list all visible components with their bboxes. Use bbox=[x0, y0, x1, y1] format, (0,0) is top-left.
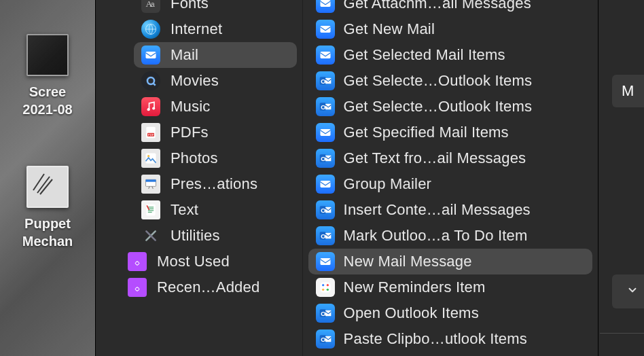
svg-text:PDF: PDF bbox=[148, 133, 154, 137]
category-label: Music bbox=[171, 98, 290, 115]
reminders-icon bbox=[315, 277, 336, 298]
desktop-file-screenshot[interactable]: Scree 2021-08 bbox=[3, 34, 92, 118]
category-internet[interactable]: Internet bbox=[134, 16, 297, 42]
action-open-outlook[interactable]: O Open Outlook Items bbox=[308, 300, 592, 326]
svg-point-41 bbox=[326, 284, 328, 286]
fonts-icon: Aa bbox=[141, 0, 161, 14]
category-label: PDFs bbox=[171, 124, 290, 141]
category-pdfs[interactable]: PDF PDFs bbox=[134, 120, 297, 145]
svg-text:O: O bbox=[321, 78, 325, 85]
category-movies[interactable]: Movies bbox=[134, 68, 297, 94]
category-music[interactable]: Music bbox=[134, 94, 297, 120]
action-get-text-from-mail[interactable]: O Get Text fro…ail Messages bbox=[308, 145, 592, 171]
fragment-letter: M bbox=[622, 82, 634, 100]
svg-text:O: O bbox=[321, 310, 325, 317]
chevron-down-icon bbox=[626, 284, 639, 299]
action-get-selected-mail[interactable]: Get Selected Mail Items bbox=[308, 42, 592, 68]
action-label: Group Mailer bbox=[344, 175, 586, 193]
svg-rect-30 bbox=[325, 156, 331, 161]
category-label: Most Used bbox=[157, 253, 290, 270]
svg-rect-26 bbox=[325, 104, 331, 109]
action-label: Paste Clipbo…utlook Items bbox=[344, 330, 586, 348]
automator-library-window: Aa Fonts Internet Mail Movies Music PDF … bbox=[95, 0, 598, 356]
svg-rect-34 bbox=[325, 207, 331, 213]
outlook-icon: O bbox=[315, 148, 336, 168]
svg-rect-49 bbox=[325, 336, 331, 342]
action-label: Mark Outloo…a To Do Item bbox=[344, 227, 586, 245]
category-label: Utilities bbox=[171, 227, 290, 245]
action-get-attachments[interactable]: Get Attachm…ail Messages bbox=[308, 0, 592, 16]
divider bbox=[600, 333, 644, 334]
svg-rect-20 bbox=[320, 52, 330, 58]
pdf-icon: PDF bbox=[141, 122, 161, 143]
action-group-mailer[interactable]: Group Mailer bbox=[308, 171, 592, 197]
action-mark-outlook-todo[interactable]: O Mark Outloo…a To Do Item bbox=[308, 223, 592, 249]
action-get-new-mail[interactable]: Get New Mail bbox=[308, 16, 592, 42]
svg-point-7 bbox=[152, 107, 155, 109]
svg-rect-3 bbox=[146, 52, 156, 58]
category-label: Movies bbox=[171, 72, 290, 90]
category-utilities[interactable]: Utilities bbox=[134, 223, 297, 249]
svg-rect-19 bbox=[320, 26, 330, 33]
svg-text:O: O bbox=[321, 336, 325, 343]
action-get-selected-outlook-2[interactable]: O Get Selecte…Outlook Items bbox=[308, 94, 592, 120]
smart-folder-icon bbox=[127, 251, 147, 272]
svg-rect-27 bbox=[320, 129, 330, 136]
dropdown-fragment[interactable] bbox=[612, 274, 644, 308]
action-label: Get Selecte…Outlook Items bbox=[344, 72, 586, 90]
desktop-file-puppet[interactable]: Puppet Mechan bbox=[3, 166, 92, 250]
action-paste-clipboard-outlook[interactable]: O Paste Clipbo…utlook Items bbox=[308, 326, 592, 352]
action-get-selected-outlook-1[interactable]: O Get Selecte…Outlook Items bbox=[308, 68, 592, 94]
workflow-item-fragment[interactable]: M bbox=[612, 75, 644, 107]
svg-point-42 bbox=[322, 289, 324, 291]
category-recently-added[interactable]: Recen…Added bbox=[120, 274, 297, 300]
action-list: Get Attachm…ail Messages Get New Mail Ge… bbox=[302, 0, 598, 356]
action-new-mail-message[interactable]: New Mail Message bbox=[308, 249, 592, 274]
outlook-icon: O bbox=[315, 226, 336, 246]
action-label: Get Attachm…ail Messages bbox=[344, 0, 586, 12]
category-label: Mail bbox=[171, 46, 290, 64]
mail-icon bbox=[315, 122, 336, 143]
svg-rect-31 bbox=[320, 181, 330, 188]
category-photos[interactable]: Photos bbox=[134, 145, 297, 171]
svg-rect-14 bbox=[146, 179, 156, 181]
file-label: Scree 2021-08 bbox=[22, 83, 72, 118]
category-presentations[interactable]: Pres…ations bbox=[134, 171, 297, 197]
action-insert-content[interactable]: O Insert Conte…ail Messages bbox=[308, 197, 592, 223]
svg-rect-23 bbox=[325, 78, 331, 84]
globe-icon bbox=[141, 19, 161, 39]
workflow-canvas-edge: M bbox=[598, 0, 644, 356]
file-thumbnail bbox=[26, 34, 69, 76]
action-get-specified-mail[interactable]: Get Specified Mail Items bbox=[308, 120, 592, 145]
file-thumbnail bbox=[26, 166, 69, 208]
mail-icon bbox=[315, 251, 336, 272]
category-label: Text bbox=[171, 201, 290, 219]
outlook-icon: O bbox=[315, 71, 336, 91]
action-label: Get Specified Mail Items bbox=[344, 124, 586, 141]
svg-text:a: a bbox=[151, 1, 155, 8]
category-label: Recen…Added bbox=[157, 279, 290, 296]
mail-icon bbox=[315, 19, 336, 39]
svg-rect-38 bbox=[320, 258, 330, 265]
category-text[interactable]: Text bbox=[134, 197, 297, 223]
action-new-reminders[interactable]: New Reminders Item bbox=[308, 274, 592, 300]
svg-rect-39 bbox=[320, 283, 330, 293]
mail-icon bbox=[315, 0, 336, 14]
category-label: Photos bbox=[171, 149, 290, 167]
svg-point-40 bbox=[322, 284, 324, 286]
category-label: Internet bbox=[171, 20, 290, 38]
outlook-icon: O bbox=[315, 329, 336, 349]
text-icon bbox=[141, 200, 161, 220]
music-icon bbox=[141, 96, 161, 117]
category-label: Fonts bbox=[171, 0, 290, 12]
category-most-used[interactable]: Most Used bbox=[120, 249, 297, 274]
svg-text:O: O bbox=[321, 233, 325, 240]
category-fonts[interactable]: Aa Fonts bbox=[134, 0, 297, 16]
action-label: Get Selected Mail Items bbox=[344, 46, 586, 64]
svg-rect-18 bbox=[320, 0, 330, 7]
utilities-icon bbox=[141, 226, 161, 246]
desktop-background: Scree 2021-08 Puppet Mechan bbox=[0, 0, 95, 356]
category-mail[interactable]: Mail bbox=[134, 42, 297, 68]
quicktime-icon bbox=[141, 71, 161, 91]
svg-text:O: O bbox=[321, 104, 325, 111]
